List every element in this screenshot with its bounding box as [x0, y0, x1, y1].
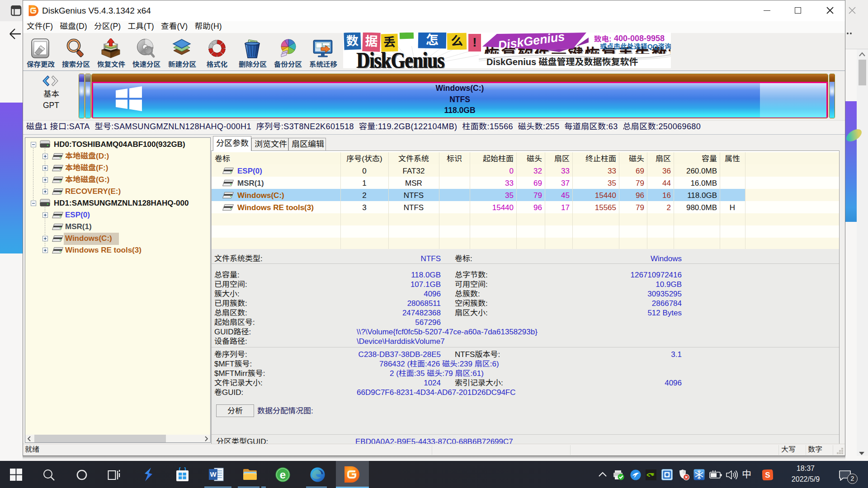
svg-text:e: e — [280, 469, 286, 481]
svg-text:S: S — [765, 471, 770, 479]
svg-text:W: W — [210, 470, 217, 478]
